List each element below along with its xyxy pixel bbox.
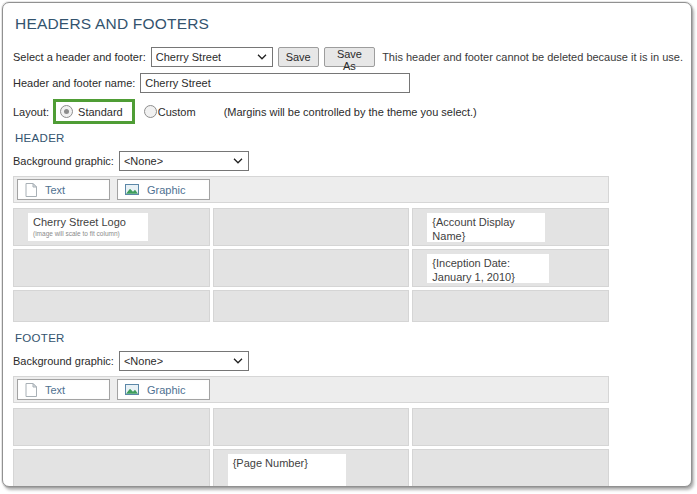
footer-add-text-button[interactable]: Text — [17, 379, 110, 400]
layout-custom-radio[interactable] — [144, 105, 157, 118]
footer-section-title: FOOTER — [15, 332, 683, 344]
graphic-image-icon — [125, 184, 139, 195]
layout-custom-label: Custom — [158, 106, 196, 118]
name-input[interactable] — [140, 73, 410, 93]
header-add-graphic-button[interactable]: Graphic — [117, 179, 210, 200]
placeholder-text: {Page Number} — [233, 457, 308, 469]
footer-grid: {Page Number} {As of January 1, 2010} — [13, 408, 609, 487]
selector-label: Select a header and footer: — [13, 51, 146, 63]
placeholder-text: {Account Display Name} — [432, 216, 515, 242]
layout-standard-radio[interactable] — [60, 105, 73, 118]
chevron-down-icon — [257, 54, 267, 60]
header-grid-cell-r1c1[interactable]: Cherry Street Logo (image will scale to … — [13, 208, 210, 246]
layout-standard-label: Standard — [78, 106, 123, 118]
text-document-icon — [25, 183, 37, 197]
header-background-row: Background graphic: <None> — [13, 150, 683, 171]
placeholder-account-display-name[interactable]: {Account Display Name} — [427, 213, 545, 242]
footer-grid-cell-r2c3[interactable] — [412, 449, 609, 487]
footer-background-label: Background graphic: — [13, 355, 114, 367]
header-grid: Cherry Street Logo (image will scale to … — [13, 208, 609, 322]
chevron-down-icon — [233, 158, 243, 164]
layout-row: Layout: Standard Custom (Margins will be… — [13, 98, 683, 125]
header-grid-cell-r3c3[interactable] — [412, 290, 609, 322]
footer-grid-cell-r2c1[interactable] — [13, 449, 210, 487]
header-background-label: Background graphic: — [13, 155, 114, 167]
placeholder-text: {Inception Date: January 1, 2010} — [432, 257, 515, 283]
select-value: <None> — [124, 355, 163, 367]
screenshot-frame: HEADERS AND FOOTERS Select a header and … — [2, 2, 692, 487]
name-label: Header and footer name: — [13, 77, 135, 89]
layout-label: Layout: — [13, 106, 49, 118]
annotation-highlight-box: Standard — [53, 99, 135, 124]
footer-grid-cell-r1c1[interactable] — [13, 408, 210, 446]
save-button[interactable]: Save — [278, 47, 319, 67]
footer-grid-cell-r2c2[interactable]: {Page Number} — [213, 449, 410, 487]
footer-add-graphic-button[interactable]: Graphic — [117, 379, 210, 400]
save-as-new-button[interactable]: Save As New — [324, 47, 375, 67]
header-grid-cell-r3c1[interactable] — [13, 290, 210, 322]
name-row: Header and footer name: — [13, 72, 683, 93]
placeholder-logo[interactable]: Cherry Street Logo (image will scale to … — [28, 213, 148, 241]
text-document-icon — [25, 383, 37, 397]
placeholder-text: Cherry Street Logo — [33, 216, 126, 228]
tool-button-label: Text — [45, 384, 65, 396]
radio-dot — [64, 109, 69, 114]
header-grid-cell-r3c2[interactable] — [213, 290, 410, 322]
cannot-delete-note: This header and footer cannot be deleted… — [382, 51, 683, 63]
header-grid-cell-r1c2[interactable] — [213, 208, 410, 246]
header-grid-cell-r2c1[interactable] — [13, 249, 210, 287]
tool-button-label: Graphic — [147, 384, 186, 396]
header-add-text-button[interactable]: Text — [17, 179, 110, 200]
header-toolbar: Text Graphic — [13, 176, 609, 203]
footer-grid-cell-r1c2[interactable] — [213, 408, 410, 446]
footer-background-row: Background graphic: <None> — [13, 350, 683, 371]
placeholder-subtext: (image will scale to fit column) — [33, 230, 144, 237]
selector-row: Select a header and footer: Cherry Stree… — [13, 46, 683, 67]
footer-grid-cell-r1c3[interactable] — [412, 408, 609, 446]
select-value: <None> — [124, 155, 163, 167]
page-title: HEADERS AND FOOTERS — [15, 15, 683, 33]
header-background-select[interactable]: <None> — [119, 151, 249, 171]
tool-button-label: Text — [45, 184, 65, 196]
margins-note: (Margins will be controlled by the theme… — [224, 106, 477, 118]
header-footer-select[interactable]: Cherry Street — [151, 47, 273, 67]
header-grid-cell-r1c3[interactable]: {Account Display Name} — [412, 208, 609, 246]
header-grid-cell-r2c3[interactable]: {Inception Date: January 1, 2010} — [412, 249, 609, 287]
tool-button-label: Graphic — [147, 184, 186, 196]
graphic-image-icon — [125, 384, 139, 395]
placeholder-page-number[interactable]: {Page Number} — [228, 454, 346, 487]
header-grid-cell-r2c2[interactable] — [213, 249, 410, 287]
footer-toolbar: Text Graphic — [13, 376, 609, 403]
chevron-down-icon — [233, 358, 243, 364]
placeholder-inception-date[interactable]: {Inception Date: January 1, 2010} — [427, 254, 549, 283]
select-value: Cherry Street — [156, 51, 221, 63]
header-section-title: HEADER — [15, 132, 683, 144]
footer-background-select[interactable]: <None> — [119, 351, 249, 371]
